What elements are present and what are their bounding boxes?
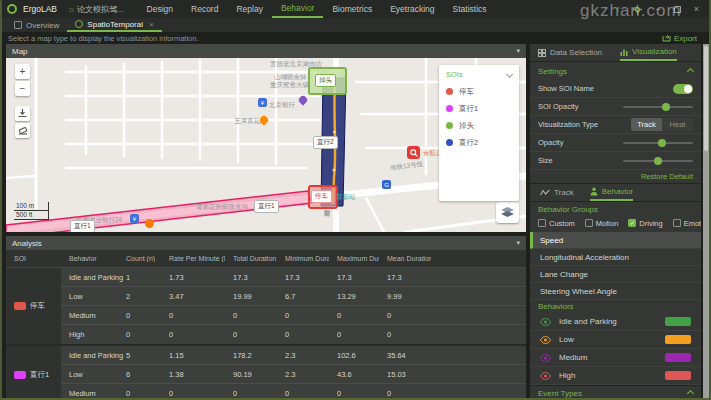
close-tab-icon[interactable]: × (149, 20, 154, 29)
show-soi-toggle[interactable] (673, 84, 693, 94)
zoom-in-button[interactable]: + (15, 64, 30, 79)
panel-scrollbar[interactable] (703, 44, 709, 398)
soi-name: 停车 (459, 87, 474, 97)
eye-icon[interactable] (540, 354, 553, 362)
table-row[interactable]: Idle and Parking51.15178.22.3102.635.64 (61, 346, 526, 365)
scrollbar-thumb[interactable] (704, 46, 708, 151)
group-item-longitudinal-acceleration[interactable]: Longitudinal Acceleration (530, 249, 701, 266)
behavior-item-idle-and-parking[interactable]: Idle and Parking (530, 313, 701, 331)
behavior-color-swatch[interactable] (665, 353, 691, 362)
map-controls: + − (15, 64, 30, 138)
app-logo-icon (7, 4, 17, 14)
table-row[interactable]: Idle and Parking11.7317.317.317.317.3 (61, 268, 526, 287)
checkbox-label: Custom (549, 219, 575, 228)
soi-color-dot (446, 122, 453, 129)
size-slider[interactable] (623, 160, 693, 162)
event-types-header[interactable]: Event Types (530, 385, 701, 398)
analysis-panel-header[interactable]: Analysis ▾ (6, 236, 526, 250)
menu-design[interactable]: Design (138, 0, 182, 18)
tab-spatiotemporal[interactable]: SpatioTemporal× (67, 18, 161, 32)
vis-type-track[interactable]: Track (631, 118, 662, 131)
value-cell: 9.99 (379, 292, 431, 301)
behavior-item-low[interactable]: Low (530, 331, 701, 349)
column-header: SOI (6, 255, 61, 262)
menu-statistics[interactable]: Statistics (444, 0, 496, 18)
layers-icon (501, 207, 514, 218)
menu-record[interactable]: Record (182, 0, 227, 18)
tab-visualization[interactable]: Visualization (620, 44, 677, 61)
value-cell: 0 (118, 311, 161, 320)
sois-collapse-icon[interactable] (506, 71, 513, 78)
tab-label: SpatioTemporal (87, 20, 143, 29)
grid-icon (538, 49, 546, 57)
menu-behavior[interactable]: Behavior (272, 0, 324, 18)
behavior-item-medium[interactable]: Medium (530, 349, 701, 367)
close-button[interactable]: × (694, 5, 699, 14)
eraser-button[interactable] (15, 123, 30, 138)
table-row[interactable]: High000000 (61, 325, 526, 344)
download-map-button[interactable] (15, 106, 30, 121)
behavior-cell: Idle and Parking (61, 273, 118, 282)
soi-legend-item[interactable]: 直行1 (446, 100, 512, 117)
soi-opacity-slider[interactable] (623, 106, 693, 108)
value-cell: 0 (225, 389, 277, 398)
chevron-up-icon[interactable] (687, 389, 694, 396)
slider-handle[interactable] (662, 103, 670, 111)
behavior-color-swatch[interactable] (665, 371, 691, 380)
soi-color-dot (446, 88, 453, 95)
restore-default-link[interactable]: Restore Default (641, 172, 693, 181)
export-icon (662, 34, 671, 42)
eye-icon[interactable] (540, 336, 553, 344)
menu-biometrics[interactable]: Biometrics (323, 0, 381, 18)
export-button[interactable]: Export (662, 34, 709, 43)
checkbox-box (585, 219, 593, 227)
table-row[interactable]: Low23.4719.996.713.299.99 (61, 287, 526, 306)
subtab-behavior[interactable]: Behavior (590, 184, 634, 201)
slider-handle[interactable] (658, 139, 666, 147)
zoom-out-button[interactable]: − (15, 81, 30, 96)
chevron-up-icon[interactable] (687, 67, 694, 74)
group-item-steering-wheel-angle[interactable]: Steering Wheel Angle (530, 283, 701, 300)
value-cell: 17.3 (379, 273, 431, 282)
value-cell: 1.73 (161, 273, 225, 282)
checkbox-motion[interactable]: Motion (585, 219, 619, 228)
collapse-caret-icon[interactable]: ▾ (516, 47, 520, 55)
map-panel-header[interactable]: Map ▾ (6, 44, 526, 58)
eye-icon[interactable] (540, 318, 553, 326)
checkbox-driving[interactable]: ✓Driving (628, 219, 662, 228)
collapse-caret-icon[interactable]: ▾ (516, 239, 520, 247)
slider-handle[interactable] (654, 157, 662, 165)
soi-legend-item[interactable]: 停车 (446, 83, 512, 100)
menu-replay[interactable]: Replay (227, 0, 271, 18)
behavior-color-swatch[interactable] (665, 317, 691, 326)
table-row[interactable]: Medium000000 (61, 306, 526, 325)
soi-label: 停车 (30, 301, 45, 311)
checkbox-emotion[interactable]: Emotion (673, 219, 701, 228)
menu-eyetracking[interactable]: Eyetracking (381, 0, 443, 18)
project-name[interactable]: ⌂ 论文模拟驾... (69, 4, 124, 15)
subtab-track[interactable]: Track (540, 184, 574, 201)
soi-color-swatch (14, 302, 26, 310)
group-item-speed[interactable]: Speed (530, 232, 701, 249)
tab-data-selection[interactable]: Data Selection (538, 44, 602, 61)
soi-legend-item[interactable]: 掉头 (446, 117, 512, 134)
soi-legend-item[interactable]: 直行2 (446, 134, 512, 151)
table-row[interactable]: Low61.3890.192.343.615.03 (61, 365, 526, 384)
behavior-item-high[interactable]: High (530, 367, 701, 385)
table-row[interactable]: Medium000000 (61, 384, 526, 398)
map-layers-button[interactable] (496, 202, 519, 223)
opacity-slider[interactable] (623, 142, 693, 144)
behavior-label: Medium (559, 353, 587, 362)
eye-icon[interactable] (540, 372, 553, 380)
checkbox-custom[interactable]: Custom (538, 219, 575, 228)
group-item-lane-change[interactable]: Lane Change (530, 266, 701, 283)
value-cell: 90.19 (225, 370, 277, 379)
value-cell: 5 (118, 351, 161, 360)
settings-header[interactable]: Settings (530, 62, 701, 80)
tab-overview[interactable]: Overview (6, 18, 67, 32)
show-soi-name-label: Show SOI Name (538, 84, 594, 93)
map-canvas[interactable]: + − 100 m 500 ft SOIs 停车直行1 (6, 58, 526, 232)
value-cell: 2.3 (277, 370, 329, 379)
behavior-color-swatch[interactable] (665, 335, 691, 344)
vis-type-heat[interactable]: Heat (662, 118, 693, 131)
